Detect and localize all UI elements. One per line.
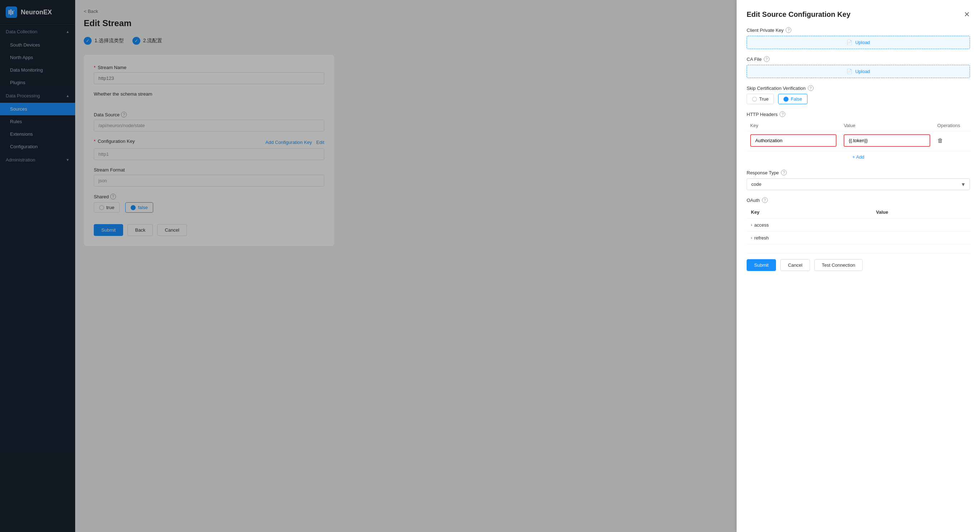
http-headers-section: HTTP Headers ? Key Value Operations (747, 111, 970, 162)
http-headers-table: Key Value Operations (747, 120, 970, 150)
table-row: › refresh (747, 232, 970, 245)
response-type-help-icon[interactable]: ? (781, 170, 787, 175)
oauth-table: Key Value › access (747, 206, 970, 245)
chevron-right-icon-2: › (751, 236, 752, 240)
response-type-label: Response Type ? (747, 170, 970, 175)
panel-submit-button[interactable]: Submit (747, 259, 776, 271)
skip-cert-radio-group: True False (747, 94, 970, 104)
edit-config-key-panel: Edit Source Configuration Key ✕ Client P… (737, 0, 980, 532)
modal-overlay: Edit Source Configuration Key ✕ Client P… (0, 0, 980, 532)
response-type-section: Response Type ? code body header ▼ (747, 170, 970, 190)
upload-icon: 📄 (846, 40, 852, 45)
ca-file-help-icon[interactable]: ? (764, 56, 770, 62)
ca-file-upload-button[interactable]: 📄 Upload (747, 65, 970, 78)
skip-cert-true-dot (752, 97, 757, 102)
http-headers-ops-col: Operations (934, 120, 970, 131)
table-row: › access (747, 219, 970, 232)
response-type-select-wrapper: code body header ▼ (747, 178, 970, 190)
http-header-key-input[interactable] (752, 136, 835, 145)
client-private-key-label: Client Private Key ? (747, 27, 970, 33)
http-headers-help-icon[interactable]: ? (780, 111, 785, 117)
add-header-button[interactable]: + Add (747, 151, 970, 162)
http-headers-label: HTTP Headers ? (747, 111, 970, 117)
panel-title: Edit Source Configuration Key (747, 10, 850, 19)
client-private-key-section: Client Private Key ? 📄 Upload (747, 27, 970, 49)
table-row: 🗑 (747, 131, 970, 150)
skip-cert-section: Skip Certification Verification ? True F… (747, 85, 970, 104)
http-headers-key-col: Key (747, 120, 840, 131)
skip-cert-label: Skip Certification Verification ? (747, 85, 970, 91)
http-header-value-input[interactable] (845, 136, 929, 145)
ca-file-section: CA File ? 📄 Upload (747, 56, 970, 78)
client-private-key-upload-button[interactable]: 📄 Upload (747, 36, 970, 49)
oauth-help-icon[interactable]: ? (762, 197, 768, 203)
upload-icon-2: 📄 (846, 69, 852, 74)
oauth-label: OAuth ? (747, 197, 970, 203)
oauth-section: OAuth ? Key Value › access (747, 197, 970, 245)
oauth-access-expand[interactable]: › access (751, 222, 868, 228)
http-headers-value-col: Value (840, 120, 934, 131)
response-type-select[interactable]: code body header (747, 178, 970, 190)
skip-cert-false-option[interactable]: False (778, 94, 808, 104)
close-panel-button[interactable]: ✕ (964, 10, 970, 19)
panel-footer: Submit Cancel Test Connection (747, 253, 970, 271)
panel-header: Edit Source Configuration Key ✕ (747, 10, 970, 19)
delete-header-button[interactable]: 🗑 (937, 137, 943, 143)
panel-test-connection-button[interactable]: Test Connection (814, 259, 862, 271)
ca-file-label: CA File ? (747, 56, 970, 62)
oauth-value-col: Value (872, 206, 970, 219)
skip-cert-help-icon[interactable]: ? (808, 85, 814, 91)
skip-cert-false-dot (783, 97, 789, 102)
chevron-right-icon: › (751, 223, 752, 227)
oauth-refresh-expand[interactable]: › refresh (751, 235, 868, 241)
client-private-key-help-icon[interactable]: ? (786, 27, 791, 33)
skip-cert-true-option[interactable]: True (747, 94, 774, 104)
oauth-key-col: Key (747, 206, 872, 219)
panel-cancel-button[interactable]: Cancel (780, 259, 810, 271)
